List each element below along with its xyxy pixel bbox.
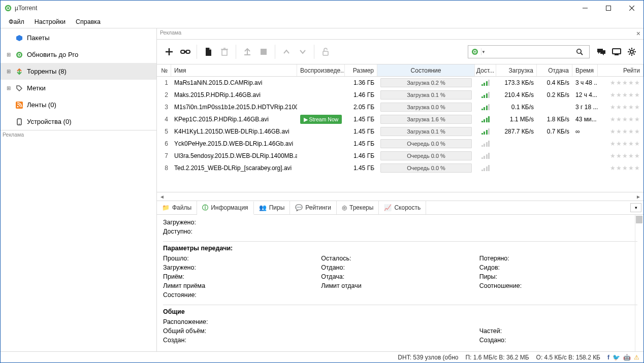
cell-num: 2: [157, 91, 171, 98]
status-bar: DHT: 539 узлов (обно П: 1.6 МБ/с В: 36.2…: [1, 351, 643, 362]
signal-icon: [481, 104, 490, 110]
table-row[interactable]: 8Ted.2.2015_WEB-DLRip_[scarabey.org].avi…: [157, 162, 643, 174]
window-title: µTorrent: [15, 5, 37, 12]
info-ul-limit: Лимит отдачи: [321, 281, 479, 290]
vertical-scrollbar[interactable]: [635, 215, 643, 351]
close-ad-button[interactable]: ×: [636, 29, 640, 38]
maximize-button[interactable]: [597, 1, 620, 16]
table-row[interactable]: 7Ul3ra.5endosy.2015.D.WEB-DLRip.1400MB.a…: [157, 150, 643, 162]
table-row[interactable]: 2Maks.2015.P.HDRip.1.46GB.avi1.46 ГБЗагр…: [157, 89, 643, 101]
settings-button[interactable]: [624, 44, 639, 60]
dropdown-caret-icon[interactable]: ▼: [481, 50, 488, 54]
new-torrent-button[interactable]: [200, 44, 216, 60]
svg-rect-26: [261, 49, 267, 55]
col-upload[interactable]: Отдача: [537, 64, 572, 76]
cell-avail: [475, 165, 496, 171]
tab-peers[interactable]: 👥Пиры: [254, 201, 291, 214]
unlock-bundle-button[interactable]: [317, 44, 334, 60]
tab-trackers[interactable]: ◎Трекеры: [337, 201, 379, 214]
menu-settings[interactable]: Настройки: [29, 17, 71, 27]
svg-line-42: [629, 54, 630, 55]
col-number[interactable]: №: [157, 64, 171, 76]
scroll-right-icon[interactable]: ►: [634, 194, 642, 200]
stop-button[interactable]: [255, 44, 272, 60]
section-transfer: Параметры передачи:: [163, 241, 637, 252]
android-icon[interactable]: 🤖: [623, 354, 631, 361]
cell-name: Yck0PeHye.2015.D.WEB-DLRip.1.46Gb.avi: [171, 140, 297, 147]
col-size[interactable]: Размер: [345, 64, 377, 76]
search-engine-icon[interactable]: [468, 48, 481, 55]
cell-name: KPep1C.2015.P.HDRip.1.46GB.avi: [171, 116, 297, 123]
horizontal-scrollbar[interactable]: ◄ ►: [157, 192, 643, 201]
col-availability[interactable]: Дост...: [475, 64, 496, 76]
cell-status: Очередь 0.0 %: [377, 151, 475, 160]
tree-expand-icon[interactable]: ⊞: [7, 85, 13, 91]
cell-rating: ★★★★★: [598, 140, 643, 147]
move-down-button[interactable]: [295, 44, 311, 60]
move-up-button[interactable]: [278, 44, 295, 60]
warning-icon[interactable]: ⚠: [634, 354, 639, 361]
close-button[interactable]: [620, 1, 643, 16]
cell-name: M1s7i0n.1mP0ss1b1e.2015.D.HDTVRip.2100..…: [171, 104, 297, 111]
add-link-button[interactable]: [177, 44, 194, 60]
status-download: П: 1.6 МБ/с В: 36.2 МБ: [465, 354, 529, 361]
sidebar-label: Пакеты: [27, 34, 50, 42]
cell-time: 43 ми...: [572, 116, 598, 123]
info-lost: Потеряно:: [479, 254, 637, 263]
cell-down: 173.3 КБ/s: [496, 79, 537, 86]
menu-help[interactable]: Справка: [71, 17, 106, 27]
stream-now-button[interactable]: ▶ Stream Now: [300, 115, 342, 124]
table-row[interactable]: 3M1s7i0n.1mP0ss1b1e.2015.D.HDTVRip.2100.…: [157, 101, 643, 113]
menu-file[interactable]: Файл: [4, 17, 29, 27]
tab-speed[interactable]: 📈Скорость: [379, 201, 426, 214]
tree-expand-icon[interactable]: ⊞: [7, 69, 13, 74]
delete-button[interactable]: [216, 44, 233, 60]
cell-down: 287.7 КБ/s: [496, 128, 537, 135]
sidebar-item-upgrade[interactable]: ⊞ Обновить до Pro: [1, 46, 156, 63]
col-time[interactable]: Время: [572, 64, 598, 76]
sidebar-item-feeds[interactable]: Ленты (0): [1, 96, 156, 113]
search-icon[interactable]: [576, 48, 589, 55]
search-input[interactable]: [488, 48, 576, 55]
scroll-left-icon[interactable]: ◄: [158, 194, 166, 200]
table-row[interactable]: 5K4H1KyL1.2015D.WEB-DLRip.1.46GB.avi1.45…: [157, 125, 643, 138]
facebook-icon[interactable]: f: [607, 354, 609, 361]
table-row[interactable]: 4KPep1C.2015.P.HDRip.1.46GB.avi▶ Stream …: [157, 113, 643, 125]
tab-info[interactable]: ⓘИнформация: [197, 202, 253, 215]
col-name[interactable]: Имя: [171, 64, 297, 76]
chat-button[interactable]: [594, 44, 609, 60]
twitter-icon[interactable]: 🐦: [613, 354, 620, 361]
col-play[interactable]: Воспроизведе...: [297, 64, 345, 76]
signal-icon: [481, 153, 490, 159]
col-rating[interactable]: Рейти: [598, 64, 643, 76]
torrents-icon: [15, 68, 24, 75]
col-status[interactable]: Состояние: [377, 64, 475, 76]
remote-button[interactable]: [609, 44, 624, 60]
sidebar-ad-area: Реклама: [1, 130, 156, 351]
svg-marker-7: [16, 35, 22, 41]
info-elapsed: Прошло:: [163, 254, 321, 263]
app-icon: [5, 5, 12, 12]
tree-expand-icon[interactable]: ⊞: [7, 52, 13, 57]
tab-files[interactable]: 📁Файлы: [157, 201, 197, 214]
table-row[interactable]: 1MaRs1aNiN.2015.D.CAMRip.avi1.36 ГБЗагру…: [157, 77, 643, 89]
info-created-by: Создано:: [479, 336, 637, 345]
search-box[interactable]: ▼: [468, 45, 590, 58]
cell-rating: ★★★★★: [598, 79, 643, 86]
tab-ratings[interactable]: 💬Рейтинги: [290, 201, 337, 214]
sidebar-item-torrents[interactable]: ⊞ Торренты (8): [1, 63, 156, 80]
table-row[interactable]: 6Yck0PeHye.2015.D.WEB-DLRip.1.46Gb.avi1.…: [157, 138, 643, 150]
minimize-button[interactable]: [573, 1, 597, 16]
col-download[interactable]: Загрузка: [496, 64, 537, 76]
signal-icon: [481, 92, 490, 98]
tabs-overflow-button[interactable]: ▾: [630, 203, 641, 212]
folder-icon: 📁: [162, 204, 170, 211]
add-torrent-button[interactable]: [161, 44, 177, 60]
sidebar-item-devices[interactable]: Устройства (0): [1, 113, 156, 130]
cell-avail: [475, 116, 496, 122]
sidebar-item-packages[interactable]: Пакеты: [1, 29, 156, 46]
start-button[interactable]: [239, 44, 255, 60]
sidebar-item-labels[interactable]: ⊞ Метки: [1, 80, 156, 96]
info-ul-rate: Отдача:: [321, 272, 479, 281]
info-state: Состояние:: [163, 290, 637, 300]
